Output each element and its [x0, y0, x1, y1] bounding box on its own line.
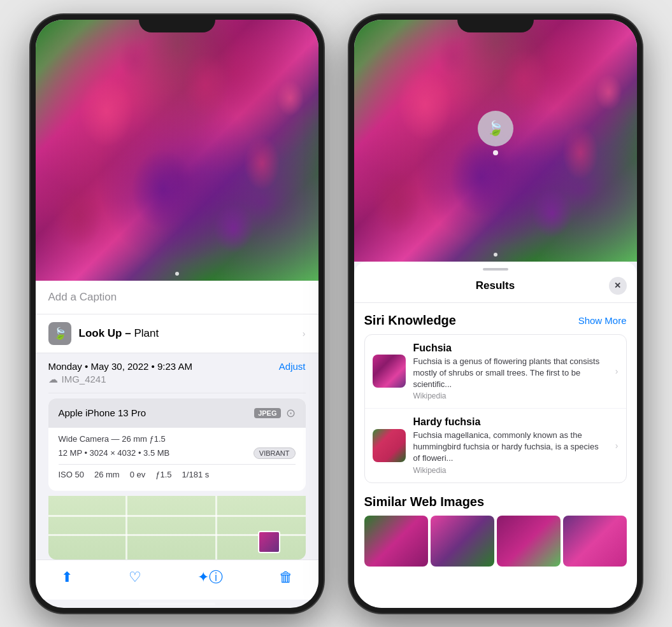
- fuchsia-name: Fuchsia: [413, 342, 608, 354]
- phone-notch: [139, 15, 215, 32]
- caption-placeholder[interactable]: Add a Caption: [48, 291, 117, 303]
- camera-specs: 12 MP • 3024 × 4032 • 3.5 MB: [59, 448, 170, 458]
- lookup-chevron-icon: ›: [303, 328, 306, 339]
- home-indicator: [139, 603, 215, 605]
- page-indicator: [175, 272, 179, 276]
- left-screen: Add a Caption 🍃 Look Up – Plant › Monday…: [36, 20, 318, 608]
- results-header: Results ✕: [354, 271, 637, 303]
- vibrant-badge: VIBRANT: [254, 447, 296, 459]
- date-text: Monday • May 30, 2022 • 9:23 AM: [48, 361, 192, 372]
- knowledge-card: Fuchsia Fuchsia is a genus of flowering …: [364, 334, 627, 483]
- right-page-indicator: [494, 253, 497, 257]
- hardy-fuchsia-description: Fuchsia magellanica, commonly known as t…: [413, 430, 608, 465]
- date-row: Monday • May 30, 2022 • 9:23 AM ☁ IMG_42…: [48, 353, 306, 393]
- visual-lookup-dot: [493, 150, 498, 155]
- similar-image-4[interactable]: [563, 516, 627, 567]
- favorite-button[interactable]: ♡: [129, 569, 141, 586]
- flower-photo[interactable]: [36, 20, 318, 281]
- location-icon: ⊙: [286, 406, 296, 420]
- lookup-label: Look Up – Plant: [79, 327, 159, 340]
- focal-length: 26 mm: [94, 470, 120, 479]
- hardy-fuchsia-info: Hardy fuchsia Fuchsia magellanica, commo…: [413, 416, 608, 475]
- share-button[interactable]: ⬆: [61, 569, 73, 586]
- delete-button[interactable]: 🗑: [279, 569, 293, 586]
- right-flower-photo[interactable]: 🍃: [354, 20, 637, 262]
- fuchsia-description: Fuchsia is a genus of flowering plants t…: [413, 356, 608, 391]
- similar-images-row: [364, 516, 627, 577]
- aperture: ƒ1.5: [155, 470, 171, 479]
- fuchsia-info: Fuchsia Fuchsia is a genus of flowering …: [413, 342, 608, 401]
- hardy-fuchsia-name: Hardy fuchsia: [413, 416, 608, 428]
- shutter-speed: 1/181 s: [182, 470, 210, 479]
- jpeg-badge: JPEG: [254, 408, 280, 418]
- lookup-row[interactable]: 🍃 Look Up – Plant ›: [36, 314, 318, 353]
- camera-model: Apple iPhone 13 Pro: [59, 407, 147, 418]
- similar-image-1[interactable]: [364, 516, 428, 567]
- siri-knowledge-title: Siri Knowledge: [364, 313, 456, 328]
- similar-image-2[interactable]: [431, 516, 494, 567]
- siri-section-header: Siri Knowledge Show More: [364, 303, 627, 334]
- bottom-toolbar: ⬆ ♡ ✦ⓘ 🗑: [36, 560, 318, 600]
- camera-header: Apple iPhone 13 Pro JPEG ⊙: [48, 398, 306, 428]
- info-button[interactable]: ✦ⓘ: [197, 568, 223, 587]
- hardy-fuchsia-source: Wikipedia: [413, 466, 608, 475]
- right-screen: 🍃 Results ✕ Siri Knowledge Show More: [354, 20, 637, 608]
- exposure: 0 ev: [130, 470, 146, 479]
- results-sheet: Results ✕ Siri Knowledge Show More Fuchs…: [354, 262, 637, 608]
- iso-value: ISO 50: [59, 470, 84, 479]
- camera-wide: Wide Camera — 26 mm ƒ1.5: [59, 434, 296, 444]
- visual-lookup-button[interactable]: 🍃: [478, 111, 513, 146]
- right-home-indicator: [457, 603, 534, 605]
- camera-details: Wide Camera — 26 mm ƒ1.5 12 MP • 3024 × …: [48, 428, 306, 491]
- camera-specs-row: 12 MP • 3024 × 4032 • 3.5 MB VIBRANT: [59, 447, 296, 459]
- filename: IMG_4241: [62, 374, 106, 384]
- phone-notch-right: [457, 15, 534, 32]
- info-section: Monday • May 30, 2022 • 9:23 AM ☁ IMG_42…: [36, 353, 318, 560]
- cloud-icon: ☁: [48, 374, 58, 385]
- similar-section-header: Similar Web Images: [364, 484, 627, 516]
- results-title: Results: [382, 279, 609, 292]
- fuchsia-item[interactable]: Fuchsia Fuchsia is a genus of flowering …: [365, 335, 626, 409]
- fuchsia-source: Wikipedia: [413, 391, 608, 400]
- fuchsia-thumbnail: [373, 355, 406, 388]
- left-phone: Add a Caption 🍃 Look Up – Plant › Monday…: [31, 15, 324, 613]
- results-content[interactable]: Siri Knowledge Show More Fuchsia Fuchsia…: [354, 303, 637, 608]
- hardy-fuchsia-chevron-icon: ›: [615, 440, 618, 451]
- similar-web-title: Similar Web Images: [364, 495, 485, 509]
- hardy-fuchsia-thumbnail: [373, 429, 406, 462]
- lookup-icon: 🍃: [48, 322, 71, 345]
- hardy-fuchsia-item[interactable]: Hardy fuchsia Fuchsia magellanica, commo…: [365, 409, 626, 483]
- date-info: Monday • May 30, 2022 • 9:23 AM ☁ IMG_42…: [48, 361, 192, 385]
- map-preview[interactable]: [48, 496, 306, 560]
- filename-row: ☁ IMG_4241: [48, 374, 192, 385]
- caption-area[interactable]: Add a Caption: [36, 281, 318, 314]
- show-more-button[interactable]: Show More: [578, 315, 627, 326]
- close-button[interactable]: ✕: [609, 277, 627, 295]
- similar-image-3[interactable]: [497, 516, 561, 567]
- fuchsia-chevron-icon: ›: [615, 366, 618, 376]
- camera-card: Apple iPhone 13 Pro JPEG ⊙ Wide Camera —…: [48, 398, 306, 491]
- right-phone: 🍃 Results ✕ Siri Knowledge Show More: [349, 15, 642, 613]
- iso-row: ISO 50 26 mm 0 ev ƒ1.5 1/181 s: [59, 464, 296, 484]
- adjust-button[interactable]: Adjust: [279, 361, 306, 372]
